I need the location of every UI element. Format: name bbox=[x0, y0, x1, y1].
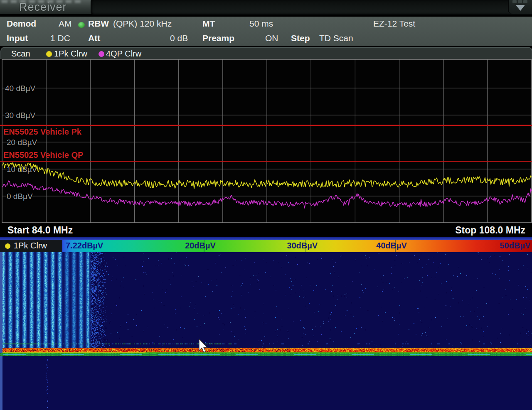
spectrogram-header: 1Pk Clrw 7.22dBµV20dBµV30dBµV40dBµV50dBµ… bbox=[0, 240, 532, 252]
settings-header: Demod AM RBW (QPK) 120 kHz MT 50 ms EZ-1… bbox=[0, 17, 532, 46]
demod-led-icon bbox=[78, 22, 85, 28]
transducer-name: EZ-12 Test bbox=[373, 19, 415, 29]
active-window-border bbox=[0, 237, 532, 240]
step-label[interactable]: Step bbox=[291, 33, 310, 43]
triangle-down-icon[interactable] bbox=[516, 5, 525, 11]
step-value[interactable]: TD Scan bbox=[319, 33, 353, 43]
svg-text:0 dBµV: 0 dBµV bbox=[7, 192, 33, 201]
spectrogram-trace-legend[interactable]: 1Pk Clrw bbox=[0, 240, 62, 252]
stop-frequency[interactable]: Stop 108.0 MHz bbox=[455, 225, 525, 236]
spectrogram-waterfall[interactable] bbox=[0, 252, 532, 410]
trace2-legend[interactable]: 4QP Clrw bbox=[106, 49, 141, 59]
title-bar: Receiver bbox=[0, 0, 532, 14]
spectrogram-trace-label: 1Pk Clrw bbox=[14, 241, 47, 250]
demod-label[interactable]: Demod bbox=[7, 19, 36, 29]
input-label[interactable]: Input bbox=[7, 33, 28, 43]
colorbar-tick bbox=[204, 240, 204, 252]
spectrum-graph-window[interactable]: EN55025 Vehicle PkEN55025 Vehicle QP40 d… bbox=[0, 59, 532, 223]
rbw-value[interactable]: (QPK) 120 kHz bbox=[113, 19, 172, 29]
preamp-value[interactable]: ON bbox=[265, 33, 278, 43]
menu-inset-panel bbox=[91, 0, 532, 15]
rbw-label[interactable]: RBW bbox=[88, 19, 109, 29]
frequency-bar: Start 84.0 MHz Stop 108.0 MHz bbox=[0, 223, 532, 237]
colorbar-tick bbox=[305, 240, 306, 252]
trace1-legend[interactable]: 1Pk Clrw bbox=[54, 49, 87, 59]
keyboard-icon[interactable] bbox=[512, 0, 528, 3]
att-label[interactable]: Att bbox=[88, 33, 100, 43]
demod-value[interactable]: AM bbox=[59, 19, 72, 29]
spectrum-plot: EN55025 Vehicle PkEN55025 Vehicle QP40 d… bbox=[0, 59, 532, 223]
svg-text:20 dBµV: 20 dBµV bbox=[7, 138, 37, 147]
att-value[interactable]: 0 dB bbox=[170, 33, 188, 43]
trace2-dot-icon bbox=[99, 51, 104, 57]
scan-tab-title[interactable]: Scan bbox=[11, 49, 30, 59]
mt-value[interactable]: 50 ms bbox=[249, 19, 273, 29]
scan-window-tab[interactable]: Scan 1Pk Clrw 4QP Clrw bbox=[0, 47, 532, 60]
trace1-dot-icon bbox=[46, 51, 52, 57]
colorbar-tick-label: 40dBµV bbox=[376, 241, 407, 250]
color-scale-bar: 7.22dBµV20dBµV30dBµV40dBµV50dBµV bbox=[62, 240, 532, 252]
svg-text:30 dBµV: 30 dBµV bbox=[5, 111, 36, 120]
svg-text:EN55025 Vehicle Pk: EN55025 Vehicle Pk bbox=[3, 127, 82, 136]
input-value[interactable]: 1 DC bbox=[50, 33, 70, 43]
mouse-cursor bbox=[199, 339, 209, 354]
spectrogram-trace-dot-icon bbox=[5, 243, 10, 249]
start-frequency[interactable]: Start 84.0 MHz bbox=[7, 225, 73, 236]
mt-label[interactable]: MT bbox=[202, 19, 215, 29]
colorbar-max-label: 50dBµV bbox=[500, 241, 530, 250]
preamp-label[interactable]: Preamp bbox=[202, 33, 234, 43]
colorbar-tick bbox=[395, 240, 396, 252]
colorbar-tick-label: 20dBµV bbox=[185, 241, 216, 250]
window-controls bbox=[508, 0, 532, 14]
colorbar-tick-label: 30dBµV bbox=[287, 241, 318, 250]
app-title: Receiver bbox=[19, 1, 67, 14]
svg-text:EN55025 Vehicle QP: EN55025 Vehicle QP bbox=[3, 150, 83, 160]
svg-text:40 dBµV: 40 dBµV bbox=[5, 84, 36, 93]
colorbar-min-label: 7.22dBµV bbox=[66, 241, 103, 250]
